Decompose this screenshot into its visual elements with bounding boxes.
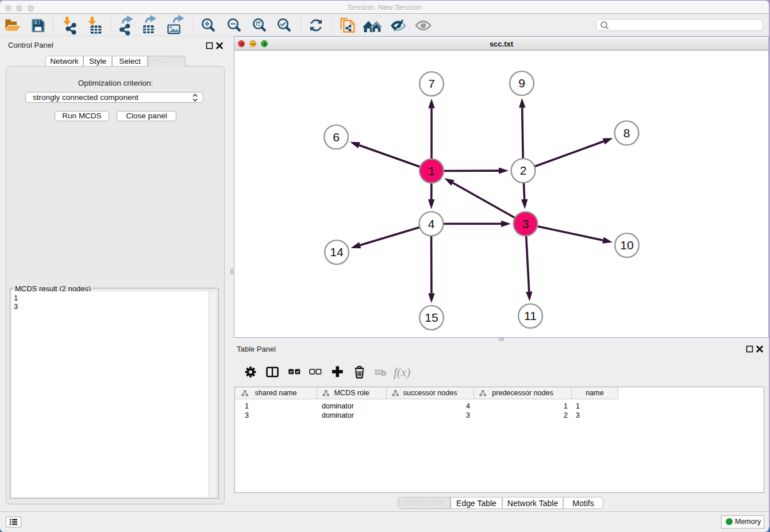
svg-text:1: 1 <box>428 164 435 178</box>
svg-text:9: 9 <box>518 76 525 90</box>
svg-text:4: 4 <box>428 217 435 230</box>
svg-text:14: 14 <box>330 245 344 259</box>
svg-text:15: 15 <box>425 311 438 324</box>
svg-text:8: 8 <box>623 126 630 140</box>
svg-text:7: 7 <box>428 77 435 90</box>
svg-text:2: 2 <box>520 164 527 177</box>
svg-text:3: 3 <box>522 217 529 230</box>
svg-text:11: 11 <box>524 309 537 322</box>
svg-text:10: 10 <box>620 238 633 252</box>
svg-text:6: 6 <box>333 130 340 144</box>
svg-text:f(x): f(x) <box>394 365 410 379</box>
